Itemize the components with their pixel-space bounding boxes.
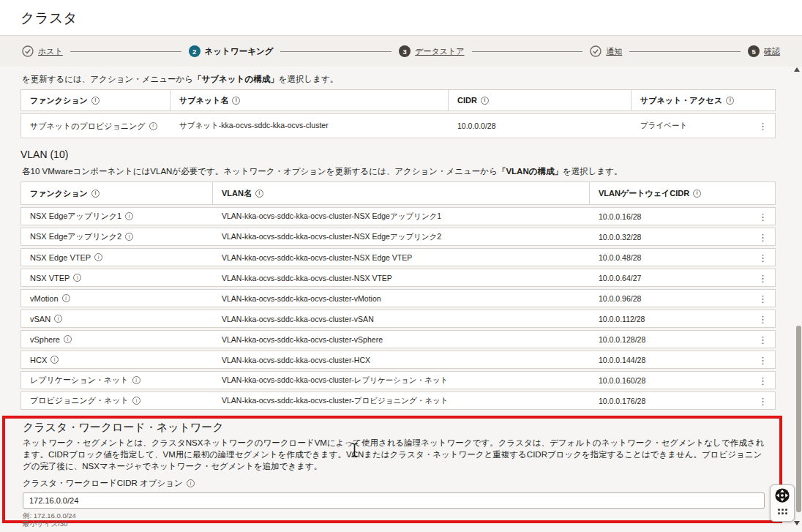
info-icon[interactable]: i	[132, 397, 140, 405]
info-icon[interactable]: i	[693, 190, 701, 198]
workload-cidr-label: クラスタ・ワークロードCIDR オプションi	[23, 478, 768, 489]
row-actions-kebab-icon[interactable]: ⋮	[755, 312, 771, 325]
workload-section-title: クラスタ・ワークロード・ネットワーク	[23, 421, 768, 435]
workload-description: ネットワーク・セグメントとは、クラスタNSXネットワークのワークロードVMによっ…	[23, 437, 766, 472]
cell-function: NSX VTEPi	[21, 274, 213, 282]
wizard-stepper: ホスト 2 ネットワーキング 3 データストア 通知 5 確認	[0, 35, 802, 67]
info-icon[interactable]: i	[64, 335, 72, 343]
info-icon[interactable]: i	[149, 122, 157, 130]
step-number-badge: 2	[189, 45, 200, 57]
cell-function: vMotioni	[21, 294, 213, 303]
step-connector	[629, 51, 741, 52]
subnet-table-row: サブネットのプロビジョニングi サブネット-kka-ocvs-sddc-kka-…	[20, 113, 776, 138]
cell-subnet-name: サブネット-kka-ocvs-sddc-kka-ocvs-cluster	[170, 121, 449, 131]
cell-function: NSX Edgeアップリンク1i	[21, 211, 213, 222]
subnet-intro-text: を更新するには、アクション・メニューから「サブネットの構成」を選択します。	[22, 74, 776, 85]
cell-function: vSpherei	[21, 335, 213, 344]
scrollbar-thumb[interactable]	[796, 326, 801, 512]
info-icon[interactable]: i	[125, 212, 133, 220]
info-icon[interactable]: i	[255, 190, 263, 198]
step-label: データストア	[415, 46, 464, 57]
row-actions-kebab-icon[interactable]: ⋮	[755, 271, 771, 284]
column-header-cidr: CIDRi	[449, 90, 632, 110]
row-actions-kebab-icon[interactable]: ⋮	[755, 210, 771, 222]
cell-vlan-name: VLAN-kka-ocvs-sddc-kka-ocvs-cluster-レプリケ…	[213, 375, 590, 386]
info-icon[interactable]: i	[54, 315, 62, 323]
cell-function: NSX Edge VTEPi	[21, 253, 213, 262]
cell-subnet-access: プライベート	[632, 121, 775, 131]
subnet-table: ファンクションi サブネット名i CIDRi サブネット・アクセスi サブネット…	[20, 89, 776, 138]
step-label: 確認	[764, 46, 780, 57]
step-networking[interactable]: 2 ネットワーキング	[189, 45, 274, 57]
row-actions-kebab-icon[interactable]: ⋮	[755, 333, 771, 345]
row-actions-kebab-icon[interactable]: ⋮	[755, 251, 771, 263]
info-icon[interactable]: i	[91, 97, 100, 105]
cell-vlan-gateway-cidr: 10.0.0.64/27	[590, 274, 775, 282]
cell-vlan-name: VLAN-kka-ocvs-sddc-kka-ocvs-cluster-NSX …	[213, 253, 590, 262]
step-connector	[280, 51, 391, 52]
cell-vlan-name: VLAN-kka-ocvs-sddc-kka-ocvs-cluster-HCX	[213, 356, 590, 364]
workload-network-section annotation-highlight: クラスタ・ワークロード・ネットワーク ネットワーク・セグメントとは、クラスタNS…	[2, 416, 782, 523]
info-icon[interactable]: i	[73, 274, 81, 282]
cell-vlan-gateway-cidr: 10.0.0.144/28	[590, 356, 775, 364]
info-icon[interactable]: i	[187, 479, 195, 487]
info-icon[interactable]: i	[726, 97, 734, 105]
vlan-table-row: NSX Edgeアップリンク2i VLAN-kka-ocvs-sddc-kka-…	[20, 228, 776, 246]
row-actions-kebab-icon[interactable]: ⋮	[755, 374, 771, 386]
step-review[interactable]: 5 確認	[748, 45, 780, 57]
page-header: クラスタ	[0, 0, 802, 35]
row-actions-kebab-icon[interactable]: ⋮	[755, 120, 771, 132]
text-cursor	[350, 442, 359, 461]
info-icon[interactable]: i	[50, 356, 59, 364]
cell-vlan-name: VLAN-kka-ocvs-sddc-kka-ocvs-cluster-NSX …	[213, 274, 590, 282]
info-icon[interactable]: i	[91, 190, 100, 198]
vlan-table-row: vSANi VLAN-kka-ocvs-sddc-kka-ocvs-cluste…	[20, 310, 776, 328]
row-actions-kebab-icon[interactable]: ⋮	[755, 231, 771, 243]
vlan-table-body: NSX Edgeアップリンク1i VLAN-kka-ocvs-sddc-kka-…	[20, 207, 776, 410]
column-header-subnet-name: サブネット名i	[170, 90, 449, 110]
capture-tool-widget[interactable]	[770, 484, 795, 522]
column-header-function: ファンクションi	[21, 90, 170, 110]
workload-cidr-input[interactable]	[23, 492, 765, 509]
cell-vlan-name: VLAN-kka-ocvs-sddc-kka-ocvs-cluster-vMot…	[213, 294, 590, 303]
info-icon[interactable]: i	[125, 233, 133, 241]
drag-handle-dots-icon	[778, 509, 787, 514]
cell-vlan-gateway-cidr: 10.0.0.16/28	[590, 212, 775, 221]
cell-function: サブネットのプロビジョニングi	[21, 121, 170, 132]
vlan-section-title: VLAN (10)	[20, 149, 802, 160]
subnet-table-body: サブネットのプロビジョニングi サブネット-kka-ocvs-sddc-kka-…	[20, 113, 776, 138]
column-header-vlan-gateway-cidr: VLANゲートウェイCIDRi	[590, 182, 775, 204]
info-icon[interactable]: i	[232, 97, 240, 105]
cidr-min-size-text: 最小サイズ/30	[23, 520, 768, 528]
cell-vlan-name: VLAN-kka-ocvs-sddc-kka-ocvs-cluster-vSAN	[213, 315, 590, 323]
step-label: 通知	[606, 46, 622, 57]
vlan-table-row: vMotioni VLAN-kka-ocvs-sddc-kka-ocvs-clu…	[20, 289, 776, 307]
cell-vlan-gateway-cidr: 10.0.0.176/28	[590, 397, 775, 405]
subnet-table-header: ファンクションi サブネット名i CIDRi サブネット・アクセスi	[20, 89, 776, 111]
cell-vlan-gateway-cidr: 10.0.0.96/28	[590, 294, 775, 303]
column-header-vlan-name: VLAN名i	[213, 182, 590, 204]
scrollbar-up-arrow[interactable]	[794, 67, 800, 72]
vlan-table-row: HCXi VLAN-kka-ocvs-sddc-kka-ocvs-cluster…	[20, 351, 776, 369]
step-connector	[70, 51, 181, 52]
row-actions-kebab-icon[interactable]: ⋮	[755, 292, 771, 304]
step-datastore[interactable]: 3 データストア	[399, 45, 464, 57]
row-actions-kebab-icon[interactable]: ⋮	[755, 353, 771, 366]
cell-function: プロビジョニング・ネットi	[21, 395, 213, 406]
step-notifications[interactable]: 通知	[590, 45, 622, 57]
scrollbar-down-arrow[interactable]	[794, 521, 800, 525]
vlan-table-row: NSX Edgeアップリンク1i VLAN-kka-ocvs-sddc-kka-…	[20, 207, 776, 225]
vlan-table-row: レプリケーション・ネットi VLAN-kka-ocvs-sddc-kka-ocv…	[20, 371, 776, 389]
info-icon[interactable]: i	[481, 97, 489, 105]
cell-vlan-gateway-cidr: 10.0.0.128/28	[590, 335, 775, 344]
vlan-table-row: NSX Edge VTEPi VLAN-kka-ocvs-sddc-kka-oc…	[20, 248, 776, 266]
cell-function: HCXi	[21, 356, 213, 364]
info-icon[interactable]: i	[132, 376, 140, 384]
step-hosts[interactable]: ホスト	[22, 45, 63, 57]
cell-function: vSANi	[21, 315, 213, 323]
row-actions-kebab-icon[interactable]: ⋮	[755, 394, 771, 407]
pan-move-icon	[774, 487, 790, 506]
info-icon[interactable]: i	[62, 294, 70, 302]
info-icon[interactable]: i	[94, 253, 102, 261]
step-number-badge: 3	[399, 45, 411, 57]
